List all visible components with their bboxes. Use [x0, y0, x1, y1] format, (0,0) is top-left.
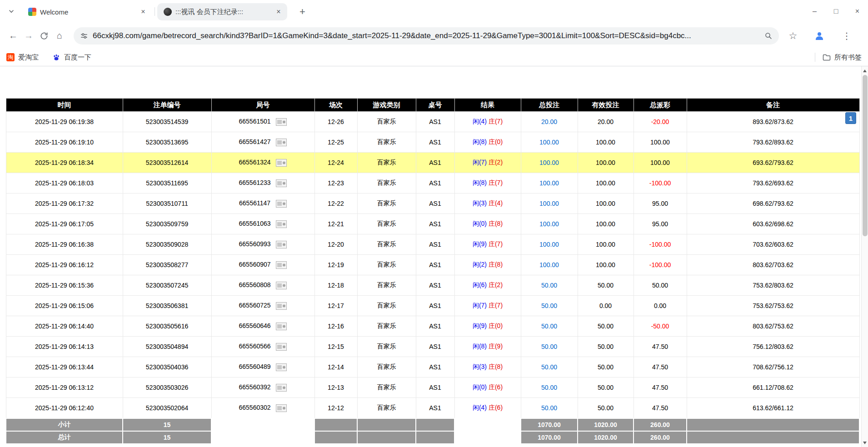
video-replay-icon[interactable] [276, 118, 287, 126]
column-header-6: 结果 [454, 99, 521, 112]
browser-menu-icon[interactable]: ⋮ [839, 28, 854, 44]
cell-payout: -50.00 [634, 316, 687, 337]
cell-time: 2025-11-29 06:13:12 [6, 377, 123, 398]
video-replay-icon[interactable] [276, 179, 287, 187]
minimize-button[interactable]: – [804, 0, 825, 23]
cell-table-number: AS1 [416, 214, 454, 234]
cell-note: 793.62/693.62 [687, 173, 859, 194]
cell-note: 803.62/703.62 [687, 255, 859, 275]
site-settings-icon[interactable] [80, 32, 88, 40]
grand-total-row: 总计 15 1070.00 1020.00 260.00 [6, 431, 859, 444]
cell-note: 693.62/793.62 [687, 153, 859, 173]
cell-bet-number: 523003509028 [123, 234, 211, 255]
cell-total-bet: 100.00 [521, 234, 578, 255]
forward-button[interactable]: → [21, 28, 36, 44]
cell-round-number: 665560646 [211, 316, 314, 337]
cell-session: 12-13 [314, 377, 357, 398]
home-button[interactable]: ⌂ [52, 28, 67, 44]
cell-session: 12-15 [314, 337, 357, 357]
table-row: 2025-11-29 06:16:12 523003508277 6655609… [6, 255, 859, 275]
zoom-magnifier-icon[interactable] [764, 32, 773, 40]
cell-total-bet: 50.00 [521, 357, 578, 377]
video-replay-icon[interactable] [276, 261, 287, 269]
all-bookmarks-button[interactable]: 所有书签 [815, 53, 862, 62]
video-replay-icon[interactable] [276, 323, 287, 330]
table-row: 2025-11-29 06:14:13 523003504894 6655605… [6, 337, 859, 357]
round-number: 665561501 [239, 118, 271, 125]
tab-search-chevron-icon[interactable] [6, 6, 16, 16]
url-text: 66cxkj98.com/game/betrecord_search/kind3… [93, 31, 764, 40]
video-replay-icon[interactable] [276, 220, 287, 228]
cell-round-number: 665561427 [211, 132, 314, 153]
bookmark-baidu[interactable]: 百度一下 [52, 53, 91, 62]
profile-avatar-icon[interactable] [812, 28, 827, 44]
cell-session: 12-12 [314, 398, 357, 418]
video-replay-icon[interactable] [276, 404, 287, 412]
bookmark-taobao[interactable]: 淘 爱淘宝 [6, 53, 39, 62]
new-tab-button[interactable]: + [296, 5, 309, 18]
video-replay-icon[interactable] [276, 159, 287, 167]
subtotal-valid-bet: 1020.00 [578, 418, 634, 431]
cell-time: 2025-11-29 06:12:40 [6, 398, 123, 418]
table-row: 2025-11-29 06:13:44 523003504036 6655604… [6, 357, 859, 377]
refresh-button[interactable] [36, 28, 52, 44]
browser-tab-betrecord[interactable]: :::视讯 会员下注纪录::: × [157, 3, 287, 20]
result-banker: 庄(8) [489, 261, 503, 268]
vertical-scrollbar[interactable] [861, 66, 868, 447]
cell-bet-number: 523003503026 [123, 377, 211, 398]
cell-valid-bet: 100.00 [578, 194, 634, 214]
round-number: 665561063 [239, 220, 271, 227]
table-row: 2025-11-29 06:19:10 523003513695 6655614… [6, 132, 859, 153]
result-banker: 庄(7) [489, 179, 503, 186]
cell-bet-number: 523003505616 [123, 316, 211, 337]
result-player: 闲(7) [473, 302, 487, 309]
cell-result: 闲(8) 庄(9) [454, 337, 521, 357]
column-header-4: 游戏类别 [357, 99, 416, 112]
maximize-button[interactable]: □ [825, 0, 847, 23]
table-header: 时间注单编号局号场次游戏类别桌号结果总投注有效投注总派彩备注 [6, 99, 859, 112]
tab-title: Welcome [40, 8, 135, 16]
round-number: 665561324 [239, 159, 271, 166]
cell-time: 2025-11-29 06:19:10 [6, 132, 123, 153]
video-replay-icon[interactable] [276, 200, 287, 208]
welcome-tab-favicon-icon [28, 8, 36, 16]
tab-close-icon[interactable]: × [138, 7, 148, 17]
cell-result: 闲(8) 庄(0) [454, 132, 521, 153]
tab-close-icon[interactable]: × [274, 7, 284, 17]
video-replay-icon[interactable] [276, 302, 287, 310]
cell-bet-number: 523003514539 [123, 112, 211, 132]
browser-tab-welcome[interactable]: Welcome × [22, 3, 152, 20]
table-row: 2025-11-29 06:15:36 523003507245 6655608… [6, 275, 859, 296]
address-bar[interactable]: 66cxkj98.com/game/betrecord_search/kind3… [74, 27, 779, 45]
pagination-page-1[interactable]: 1 [845, 112, 856, 124]
cell-valid-bet: 50.00 [578, 398, 634, 418]
round-number: 665561233 [239, 179, 271, 186]
cell-note: 793.62/893.62 [687, 132, 859, 153]
video-replay-icon[interactable] [276, 139, 287, 146]
cell-note: 603.62/698.62 [687, 214, 859, 234]
close-button[interactable]: × [847, 0, 868, 23]
subtotal-count: 15 [123, 418, 211, 431]
bookmark-star-icon[interactable]: ☆ [785, 28, 801, 44]
scroll-down-arrow-icon[interactable] [862, 439, 868, 446]
cell-result: 闲(7) 庄(7) [454, 296, 521, 316]
result-player: 闲(3) [473, 199, 487, 207]
video-replay-icon[interactable] [276, 343, 287, 351]
folder-icon [823, 54, 831, 61]
video-replay-icon[interactable] [276, 282, 287, 289]
video-replay-icon[interactable] [276, 363, 287, 371]
cell-valid-bet: 50.00 [578, 337, 634, 357]
cell-result: 闲(2) 庄(8) [454, 255, 521, 275]
video-replay-icon[interactable] [276, 384, 287, 392]
result-banker: 庄(0) [489, 138, 503, 145]
scroll-up-arrow-icon[interactable] [862, 67, 868, 74]
cell-result: 闲(0) 庄(8) [454, 214, 521, 234]
cell-game-type: 百家乐 [357, 275, 416, 296]
cell-bet-number: 523003512614 [123, 153, 211, 173]
video-replay-icon[interactable] [276, 241, 287, 248]
cell-game-type: 百家乐 [357, 398, 416, 418]
table-row: 2025-11-29 06:14:40 523003505616 6655606… [6, 316, 859, 337]
scrollbar-thumb[interactable] [863, 75, 868, 236]
result-banker: 庄(9) [489, 343, 503, 350]
back-button[interactable]: ← [5, 28, 21, 44]
